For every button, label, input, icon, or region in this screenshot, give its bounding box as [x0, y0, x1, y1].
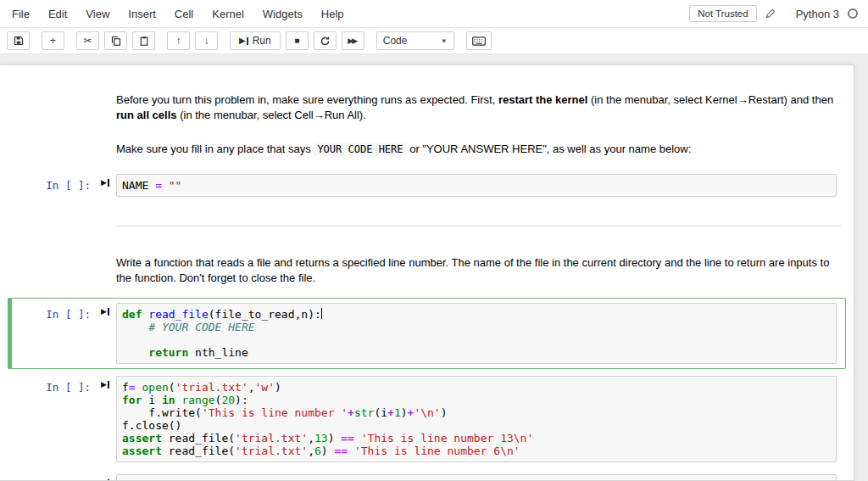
code-input-read-file[interactable]: def read_file(file_to_read,n): # YOUR CO… — [116, 303, 837, 364]
notebook-container: Before you turn this problem in, make su… — [0, 64, 854, 481]
markdown-prompt-spacer — [13, 254, 94, 259]
horizontal-rule — [116, 226, 841, 227]
run-cell-icon[interactable]: ▶ — [94, 174, 116, 187]
markdown-rendered-text: Before you turn this problem in, make su… — [116, 91, 841, 128]
jupyter-notebook-app: File Edit View Insert Cell Kernel Widget… — [0, 0, 868, 481]
markdown-cell-exercise[interactable]: Write a function that reads a file and r… — [8, 249, 846, 296]
input-prompt: In [ ]: — [13, 174, 94, 192]
cell-type-dropdown[interactable]: Code ▼ — [376, 31, 454, 50]
step-forward-icon: ▶ — [239, 36, 248, 45]
markdown-cell-divider[interactable] — [8, 204, 846, 247]
play-icon: ▶ — [101, 179, 107, 187]
arrow-down-icon: ↓ — [204, 36, 209, 46]
markdown-rendered-text — [116, 209, 841, 242]
kernel-idle-icon — [848, 8, 858, 19]
markdown-rendered-text: Make sure you fill in any place that say… — [116, 140, 841, 162]
menubar: File Edit View Insert Cell Kernel Widget… — [0, 0, 868, 28]
input-prompt: In [ ]: — [13, 303, 94, 321]
play-icon: ▶ — [101, 308, 107, 316]
cut-cell-button[interactable]: ✂ — [76, 31, 99, 50]
run-button[interactable]: ▶ Run — [230, 31, 281, 50]
input-prompt: In [ ]: — [13, 474, 94, 481]
save-icon — [14, 36, 24, 46]
menu-list: File Edit View Insert Cell Kernel Widget… — [3, 2, 353, 26]
code-input-name[interactable]: NAME = "" — [116, 174, 837, 197]
markdown-cell-fill[interactable]: Make sure you fill in any place that say… — [8, 135, 846, 167]
interrupt-kernel-button[interactable]: ■ — [286, 31, 309, 50]
scissors-icon: ✂ — [83, 36, 92, 46]
step-bar — [108, 381, 109, 389]
code-cell-empty[interactable]: In [ ]: ▶ — [8, 469, 846, 481]
step-bar — [108, 308, 109, 316]
fast-forward-icon: ▶▶ — [348, 37, 358, 45]
menu-cell[interactable]: Cell — [165, 2, 203, 26]
code-cell-name[interactable]: In [ ]: ▶ NAME = "" — [8, 169, 846, 202]
chevron-down-icon: ▼ — [441, 37, 448, 45]
markdown-prompt-spacer — [13, 91, 94, 96]
code-input-empty[interactable] — [116, 474, 837, 481]
code-cell-test[interactable]: In [ ]: ▶ f= open('trial.txt','w')for i … — [8, 371, 846, 467]
insert-cell-below-button[interactable]: + — [42, 31, 64, 50]
restart-icon — [320, 36, 331, 47]
markdown-prompt-spacer — [13, 140, 94, 145]
step-bar — [108, 179, 109, 187]
run-button-label: Run — [253, 35, 271, 47]
copy-icon — [111, 36, 121, 46]
run-cell-icon[interactable]: ▶ — [94, 474, 116, 481]
copy-cell-button[interactable] — [104, 31, 127, 50]
kernel-name-label: Python 3 — [796, 8, 839, 20]
edit-mode-pencil-icon — [765, 8, 776, 19]
paste-cell-button[interactable] — [132, 31, 155, 50]
menu-edit[interactable]: Edit — [39, 2, 76, 26]
markdown-cell-intro[interactable]: Before you turn this problem in, make su… — [8, 86, 846, 133]
notebook-site: Before you turn this problem in, make su… — [0, 54, 868, 481]
input-prompt: In [ ]: — [13, 376, 94, 394]
menu-help[interactable]: Help — [312, 2, 353, 26]
play-icon: ▶ — [101, 381, 107, 389]
command-palette-button[interactable] — [466, 31, 492, 50]
cell-type-value: Code — [383, 35, 408, 47]
menu-view[interactable]: View — [76, 2, 119, 26]
menu-kernel[interactable]: Kernel — [203, 2, 253, 26]
plus-icon: + — [50, 36, 56, 46]
arrow-up-icon: ↑ — [176, 36, 181, 46]
run-cell-icon[interactable]: ▶ — [94, 303, 116, 316]
stop-icon: ■ — [294, 36, 299, 45]
run-cell-icon[interactable]: ▶ — [94, 376, 116, 389]
markdown-prompt-spacer — [13, 209, 94, 214]
menu-widgets[interactable]: Widgets — [253, 2, 312, 26]
toolbar: + ✂ ↑ ↓ ▶ Run ■ — [0, 28, 868, 54]
menubar-right: Not Trusted Python 3 — [689, 5, 858, 22]
keyboard-icon — [472, 36, 486, 46]
menu-insert[interactable]: Insert — [119, 2, 165, 26]
menu-file[interactable]: File — [3, 2, 39, 26]
code-input-test[interactable]: f= open('trial.txt','w')for i in range(2… — [116, 376, 837, 462]
save-button[interactable] — [7, 31, 30, 50]
clipboard-icon — [139, 36, 149, 46]
restart-kernel-button[interactable] — [314, 31, 337, 50]
move-cell-down-button[interactable]: ↓ — [195, 31, 218, 50]
restart-run-all-button[interactable]: ▶▶ — [342, 31, 364, 50]
code-cell-read-file[interactable]: In [ ]: ▶ def read_file(file_to_read,n):… — [8, 298, 846, 369]
move-cell-up-button[interactable]: ↑ — [167, 31, 190, 50]
not-trusted-button[interactable]: Not Trusted — [689, 5, 756, 22]
markdown-rendered-text: Write a function that reads a file and r… — [116, 254, 841, 291]
